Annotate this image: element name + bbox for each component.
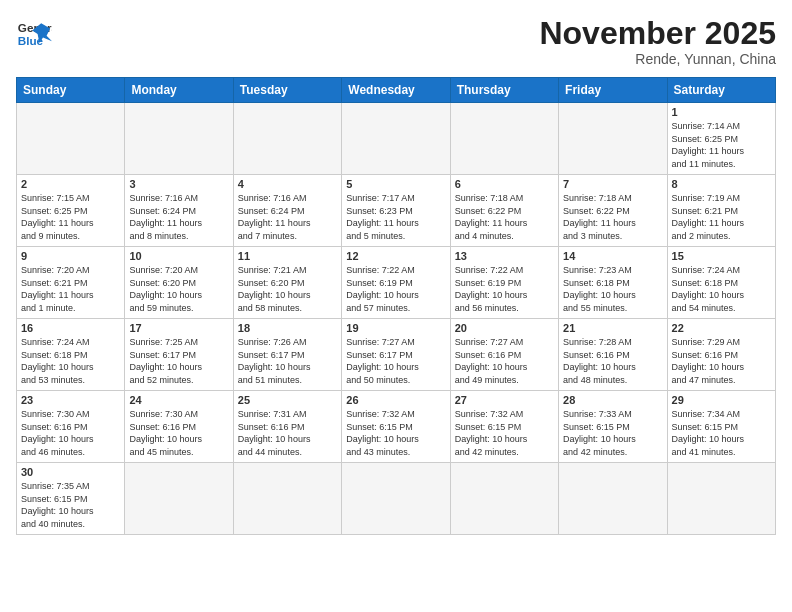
- day-info: Sunrise: 7:24 AM Sunset: 6:18 PM Dayligh…: [672, 264, 771, 314]
- col-tuesday: Tuesday: [233, 78, 341, 103]
- day-number: 30: [21, 466, 120, 478]
- table-row: 6Sunrise: 7:18 AM Sunset: 6:22 PM Daylig…: [450, 175, 558, 247]
- day-number: 25: [238, 394, 337, 406]
- table-row: 21Sunrise: 7:28 AM Sunset: 6:16 PM Dayli…: [559, 319, 667, 391]
- calendar-week-row: 9Sunrise: 7:20 AM Sunset: 6:21 PM Daylig…: [17, 247, 776, 319]
- day-info: Sunrise: 7:15 AM Sunset: 6:25 PM Dayligh…: [21, 192, 120, 242]
- day-info: Sunrise: 7:32 AM Sunset: 6:15 PM Dayligh…: [346, 408, 445, 458]
- day-info: Sunrise: 7:22 AM Sunset: 6:19 PM Dayligh…: [346, 264, 445, 314]
- day-number: 26: [346, 394, 445, 406]
- day-info: Sunrise: 7:19 AM Sunset: 6:21 PM Dayligh…: [672, 192, 771, 242]
- day-info: Sunrise: 7:20 AM Sunset: 6:20 PM Dayligh…: [129, 264, 228, 314]
- table-row: 13Sunrise: 7:22 AM Sunset: 6:19 PM Dayli…: [450, 247, 558, 319]
- table-row: 27Sunrise: 7:32 AM Sunset: 6:15 PM Dayli…: [450, 391, 558, 463]
- day-info: Sunrise: 7:27 AM Sunset: 6:16 PM Dayligh…: [455, 336, 554, 386]
- table-row: 22Sunrise: 7:29 AM Sunset: 6:16 PM Dayli…: [667, 319, 775, 391]
- table-row: 8Sunrise: 7:19 AM Sunset: 6:21 PM Daylig…: [667, 175, 775, 247]
- table-row: 11Sunrise: 7:21 AM Sunset: 6:20 PM Dayli…: [233, 247, 341, 319]
- day-info: Sunrise: 7:24 AM Sunset: 6:18 PM Dayligh…: [21, 336, 120, 386]
- generalblue-logo-icon: General Blue: [16, 16, 52, 52]
- day-number: 28: [563, 394, 662, 406]
- day-info: Sunrise: 7:25 AM Sunset: 6:17 PM Dayligh…: [129, 336, 228, 386]
- calendar-week-row: 23Sunrise: 7:30 AM Sunset: 6:16 PM Dayli…: [17, 391, 776, 463]
- day-info: Sunrise: 7:26 AM Sunset: 6:17 PM Dayligh…: [238, 336, 337, 386]
- day-info: Sunrise: 7:20 AM Sunset: 6:21 PM Dayligh…: [21, 264, 120, 314]
- day-info: Sunrise: 7:21 AM Sunset: 6:20 PM Dayligh…: [238, 264, 337, 314]
- table-row: 2Sunrise: 7:15 AM Sunset: 6:25 PM Daylig…: [17, 175, 125, 247]
- table-row: 9Sunrise: 7:20 AM Sunset: 6:21 PM Daylig…: [17, 247, 125, 319]
- day-number: 24: [129, 394, 228, 406]
- day-number: 16: [21, 322, 120, 334]
- calendar-week-row: 1Sunrise: 7:14 AM Sunset: 6:25 PM Daylig…: [17, 103, 776, 175]
- day-info: Sunrise: 7:32 AM Sunset: 6:15 PM Dayligh…: [455, 408, 554, 458]
- day-number: 14: [563, 250, 662, 262]
- table-row: 4Sunrise: 7:16 AM Sunset: 6:24 PM Daylig…: [233, 175, 341, 247]
- table-row: [559, 103, 667, 175]
- col-saturday: Saturday: [667, 78, 775, 103]
- day-number: 13: [455, 250, 554, 262]
- title-block: November 2025 Rende, Yunnan, China: [539, 16, 776, 67]
- day-info: Sunrise: 7:14 AM Sunset: 6:25 PM Dayligh…: [672, 120, 771, 170]
- day-info: Sunrise: 7:34 AM Sunset: 6:15 PM Dayligh…: [672, 408, 771, 458]
- day-number: 1: [672, 106, 771, 118]
- day-info: Sunrise: 7:23 AM Sunset: 6:18 PM Dayligh…: [563, 264, 662, 314]
- col-wednesday: Wednesday: [342, 78, 450, 103]
- day-number: 6: [455, 178, 554, 190]
- col-monday: Monday: [125, 78, 233, 103]
- table-row: 17Sunrise: 7:25 AM Sunset: 6:17 PM Dayli…: [125, 319, 233, 391]
- day-info: Sunrise: 7:28 AM Sunset: 6:16 PM Dayligh…: [563, 336, 662, 386]
- day-number: 5: [346, 178, 445, 190]
- table-row: [559, 463, 667, 534]
- day-number: 17: [129, 322, 228, 334]
- day-number: 21: [563, 322, 662, 334]
- table-row: 19Sunrise: 7:27 AM Sunset: 6:17 PM Dayli…: [342, 319, 450, 391]
- table-row: 15Sunrise: 7:24 AM Sunset: 6:18 PM Dayli…: [667, 247, 775, 319]
- location: Rende, Yunnan, China: [539, 51, 776, 67]
- day-number: 3: [129, 178, 228, 190]
- day-number: 27: [455, 394, 554, 406]
- day-info: Sunrise: 7:16 AM Sunset: 6:24 PM Dayligh…: [238, 192, 337, 242]
- day-number: 4: [238, 178, 337, 190]
- day-info: Sunrise: 7:18 AM Sunset: 6:22 PM Dayligh…: [455, 192, 554, 242]
- day-info: Sunrise: 7:27 AM Sunset: 6:17 PM Dayligh…: [346, 336, 445, 386]
- table-row: [342, 463, 450, 534]
- table-row: 23Sunrise: 7:30 AM Sunset: 6:16 PM Dayli…: [17, 391, 125, 463]
- day-number: 12: [346, 250, 445, 262]
- table-row: 1Sunrise: 7:14 AM Sunset: 6:25 PM Daylig…: [667, 103, 775, 175]
- table-row: 10Sunrise: 7:20 AM Sunset: 6:20 PM Dayli…: [125, 247, 233, 319]
- calendar-table: Sunday Monday Tuesday Wednesday Thursday…: [16, 77, 776, 534]
- day-info: Sunrise: 7:16 AM Sunset: 6:24 PM Dayligh…: [129, 192, 228, 242]
- day-info: Sunrise: 7:33 AM Sunset: 6:15 PM Dayligh…: [563, 408, 662, 458]
- table-row: [667, 463, 775, 534]
- day-number: 19: [346, 322, 445, 334]
- table-row: 12Sunrise: 7:22 AM Sunset: 6:19 PM Dayli…: [342, 247, 450, 319]
- day-info: Sunrise: 7:22 AM Sunset: 6:19 PM Dayligh…: [455, 264, 554, 314]
- table-row: 18Sunrise: 7:26 AM Sunset: 6:17 PM Dayli…: [233, 319, 341, 391]
- logo: General Blue: [16, 16, 52, 52]
- table-row: 14Sunrise: 7:23 AM Sunset: 6:18 PM Dayli…: [559, 247, 667, 319]
- day-info: Sunrise: 7:17 AM Sunset: 6:23 PM Dayligh…: [346, 192, 445, 242]
- day-number: 11: [238, 250, 337, 262]
- day-number: 20: [455, 322, 554, 334]
- table-row: 29Sunrise: 7:34 AM Sunset: 6:15 PM Dayli…: [667, 391, 775, 463]
- table-row: 28Sunrise: 7:33 AM Sunset: 6:15 PM Dayli…: [559, 391, 667, 463]
- calendar-week-row: 2Sunrise: 7:15 AM Sunset: 6:25 PM Daylig…: [17, 175, 776, 247]
- day-number: 10: [129, 250, 228, 262]
- day-number: 29: [672, 394, 771, 406]
- table-row: [233, 463, 341, 534]
- table-row: [342, 103, 450, 175]
- day-number: 7: [563, 178, 662, 190]
- table-row: 25Sunrise: 7:31 AM Sunset: 6:16 PM Dayli…: [233, 391, 341, 463]
- table-row: [450, 103, 558, 175]
- calendar-week-row: 30Sunrise: 7:35 AM Sunset: 6:15 PM Dayli…: [17, 463, 776, 534]
- month-title: November 2025: [539, 16, 776, 51]
- col-thursday: Thursday: [450, 78, 558, 103]
- day-info: Sunrise: 7:29 AM Sunset: 6:16 PM Dayligh…: [672, 336, 771, 386]
- day-number: 8: [672, 178, 771, 190]
- day-info: Sunrise: 7:30 AM Sunset: 6:16 PM Dayligh…: [21, 408, 120, 458]
- table-row: [125, 463, 233, 534]
- header: General Blue November 2025 Rende, Yunnan…: [16, 16, 776, 67]
- calendar-header-row: Sunday Monday Tuesday Wednesday Thursday…: [17, 78, 776, 103]
- table-row: 24Sunrise: 7:30 AM Sunset: 6:16 PM Dayli…: [125, 391, 233, 463]
- day-info: Sunrise: 7:35 AM Sunset: 6:15 PM Dayligh…: [21, 480, 120, 530]
